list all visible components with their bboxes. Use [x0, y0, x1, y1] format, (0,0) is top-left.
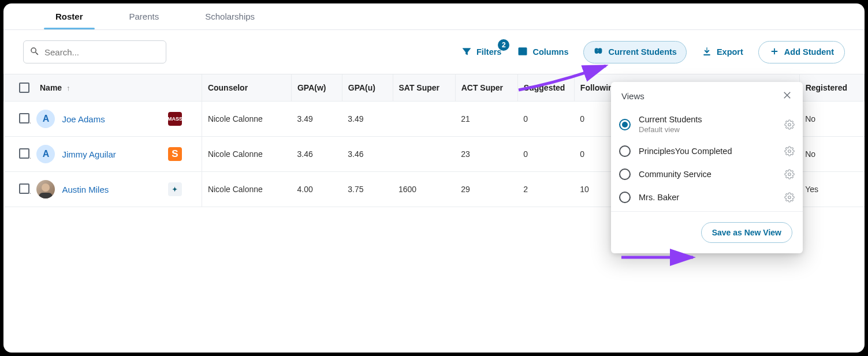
filters-count-badge: 2: [498, 39, 509, 51]
radio-button[interactable]: [619, 145, 631, 157]
view-name-label: Current Students: [639, 115, 776, 124]
view-item[interactable]: Current Students Default view: [611, 109, 803, 140]
export-button[interactable]: Export: [701, 43, 744, 62]
svg-point-8: [788, 173, 791, 176]
cell-act: 21: [455, 102, 517, 137]
cell-registered: Yes: [799, 172, 864, 207]
views-panel: Views Current Students Default view Prin…: [611, 82, 803, 253]
view-name-label: PrinciplesYou Completed: [639, 147, 776, 156]
row-checkbox[interactable]: [19, 113, 29, 123]
columns-button[interactable]: Columns: [516, 43, 569, 62]
avatar: [36, 180, 55, 198]
app-window: Roster Parents Scholarships Filters 2: [3, 3, 865, 353]
col-name[interactable]: Name: [40, 83, 62, 92]
cell-suggested: 0: [517, 137, 574, 172]
columns-label: Columns: [532, 47, 568, 57]
cell-counselor: Nicole Calonne: [202, 102, 291, 137]
svg-rect-0: [519, 48, 527, 55]
filters-button[interactable]: Filters 2: [460, 43, 503, 62]
views-list: Current Students Default view Principles…: [611, 107, 803, 211]
search-box: [23, 40, 166, 63]
select-all-checkbox[interactable]: [19, 83, 29, 93]
radio-button[interactable]: [619, 119, 631, 130]
sort-asc-icon: ↑: [66, 84, 70, 92]
plus-icon: [769, 46, 780, 58]
student-link[interactable]: Austin Miles: [62, 185, 109, 194]
view-item[interactable]: PrinciplesYou Completed: [611, 140, 803, 163]
gear-icon[interactable]: [784, 192, 795, 203]
primary-tabs: Roster Parents Scholarships: [3, 3, 865, 30]
gear-icon[interactable]: [784, 146, 795, 156]
tab-parents[interactable]: Parents: [106, 3, 182, 29]
add-student-button[interactable]: Add Student: [758, 41, 845, 63]
download-icon: [702, 46, 712, 58]
svg-point-9: [788, 196, 791, 199]
cell-sat: [393, 102, 455, 137]
student-link[interactable]: Joe Adams: [62, 114, 105, 124]
col-registered[interactable]: Registered: [799, 74, 864, 102]
view-item[interactable]: Community Service: [611, 163, 803, 186]
avatar: A: [36, 110, 55, 128]
view-name-label: Community Service: [639, 170, 776, 179]
cell-counselor: Nicole Calonne: [202, 137, 291, 172]
school-badge-icon: ✦: [168, 182, 182, 196]
col-suggested[interactable]: Suggested: [517, 74, 574, 102]
row-checkbox[interactable]: [19, 183, 29, 194]
filters-label: Filters: [476, 47, 502, 57]
row-checkbox[interactable]: [19, 148, 29, 159]
export-label: Export: [717, 47, 743, 57]
add-student-label: Add Student: [784, 47, 834, 57]
cell-suggested: 0: [517, 102, 574, 137]
columns-icon: [517, 46, 528, 58]
views-title: Views: [621, 91, 645, 101]
views-panel-footer: Save as New View: [611, 211, 803, 253]
search-input[interactable]: [44, 47, 160, 57]
current-view-label: Current Students: [608, 47, 676, 57]
tab-scholarships[interactable]: Scholarships: [182, 3, 278, 29]
radio-button[interactable]: [619, 168, 631, 180]
cell-suggested: 2: [517, 172, 574, 207]
avatar: A: [36, 145, 55, 163]
col-counselor[interactable]: Counselor: [202, 74, 291, 102]
cell-gpau: 3.46: [342, 137, 393, 172]
views-button[interactable]: Current Students: [583, 41, 686, 63]
search-icon: [29, 46, 40, 58]
toolbar-actions: Filters 2 Columns Current Students E: [460, 41, 845, 63]
binoculars-icon: [593, 46, 603, 58]
views-panel-header: Views: [611, 82, 803, 107]
cell-gpaw: 3.46: [291, 137, 342, 172]
student-link[interactable]: Jimmy Aguilar: [62, 149, 116, 159]
cell-act: 29: [455, 172, 517, 207]
cell-counselor: Nicole Calonne: [202, 172, 291, 207]
view-sub-label: Default view: [639, 125, 776, 134]
school-badge-icon: S: [168, 147, 182, 161]
cell-gpaw: 3.49: [291, 102, 342, 137]
school-badge-icon: MASS: [168, 112, 182, 126]
col-gpau[interactable]: GPA(u): [342, 74, 393, 102]
cell-registered: No: [799, 137, 864, 172]
filter-icon: [461, 46, 472, 58]
cell-gpau: 3.75: [342, 172, 393, 207]
cell-sat: 1600: [393, 172, 455, 207]
col-act[interactable]: ACT Super: [455, 74, 517, 102]
col-sat[interactable]: SAT Super: [393, 74, 455, 102]
cell-registered: No: [799, 102, 864, 137]
svg-point-6: [788, 123, 791, 126]
svg-point-7: [788, 150, 791, 153]
save-as-new-view-button[interactable]: Save as New View: [701, 222, 792, 243]
gear-icon[interactable]: [784, 119, 795, 130]
toolbar: Filters 2 Columns Current Students E: [3, 30, 865, 74]
cell-sat: [393, 137, 455, 172]
view-item[interactable]: Mrs. Baker: [611, 186, 803, 209]
radio-button[interactable]: [619, 192, 631, 203]
cell-act: 23: [455, 137, 517, 172]
view-name-label: Mrs. Baker: [639, 193, 776, 202]
close-icon[interactable]: [782, 90, 792, 102]
gear-icon[interactable]: [784, 169, 795, 179]
col-gpaw[interactable]: GPA(w): [291, 74, 342, 102]
tab-roster[interactable]: Roster: [32, 3, 106, 29]
cell-gpau: 3.49: [342, 102, 393, 137]
cell-gpaw: 4.00: [291, 172, 342, 207]
